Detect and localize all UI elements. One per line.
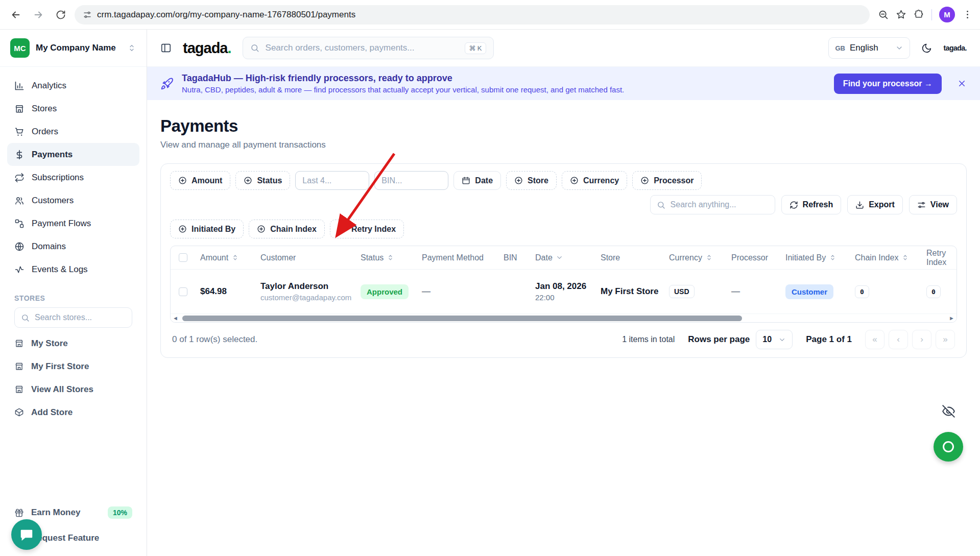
select-all-checkbox[interactable]: [179, 253, 187, 262]
site-settings-icon[interactable]: [83, 10, 92, 19]
sidebar-view-all-stores[interactable]: View All Stores: [7, 378, 139, 401]
sidebar-item-orders[interactable]: Orders: [7, 120, 139, 143]
filter-label: Store: [528, 176, 548, 185]
nav-label: Stores: [32, 104, 57, 114]
filter-status[interactable]: Status: [235, 171, 290, 190]
sidebar-item-analytics[interactable]: Analytics: [7, 74, 139, 97]
filter-initiated-by[interactable]: Initiated By: [170, 220, 244, 238]
store-value: My First Store: [601, 286, 658, 297]
company-switcher[interactable]: MC My Company Name: [0, 30, 147, 67]
store-label: My Store: [31, 339, 68, 349]
store-icon: [14, 104, 25, 114]
sort-icon: [231, 254, 239, 261]
page-title: Payments: [160, 116, 967, 136]
language-select[interactable]: GB English: [828, 37, 910, 59]
last4-filter-input[interactable]: [295, 171, 369, 190]
column-header-chain-index[interactable]: Chain Index: [850, 253, 921, 262]
last-page-button[interactable]: »: [936, 330, 955, 349]
horizontal-scrollbar[interactable]: ◄ ►: [171, 313, 957, 322]
column-label: Payment Method: [422, 253, 484, 262]
filter-store[interactable]: Store: [506, 171, 557, 190]
export-button[interactable]: Export: [847, 195, 903, 214]
address-bar[interactable]: crm.tagadapay.com/org/my-company-name-17…: [75, 5, 870, 25]
browser-profile-avatar[interactable]: M: [939, 7, 955, 22]
store-search-input[interactable]: [35, 313, 111, 322]
filter-label: Initiated By: [192, 225, 235, 234]
hide-widget-eye-off-icon[interactable]: [942, 404, 955, 418]
repeat-icon: [14, 173, 25, 183]
find-processor-button[interactable]: Find your processor →: [834, 74, 942, 94]
browser-toolbar: crm.tagadapay.com/org/my-company-name-17…: [0, 0, 980, 30]
sidebar-store-my-first-store[interactable]: My First Store: [7, 355, 139, 378]
floating-widget-button[interactable]: [934, 432, 963, 462]
table-search[interactable]: [650, 195, 775, 214]
column-header-retry-index[interactable]: Retry Index: [921, 249, 957, 267]
column-header-currency[interactable]: Currency: [664, 253, 726, 262]
browser-reload-button[interactable]: [52, 6, 69, 23]
scrollbar-thumb[interactable]: [182, 316, 742, 321]
next-page-button[interactable]: ›: [912, 330, 931, 349]
banner-close-icon[interactable]: [957, 79, 967, 88]
filter-date[interactable]: Date: [453, 171, 501, 190]
scroll-right-icon[interactable]: ►: [949, 316, 954, 321]
sidebar-item-events-logs[interactable]: Events & Logs: [7, 258, 139, 281]
filter-chain-index[interactable]: Chain Index: [249, 220, 325, 238]
first-page-button[interactable]: «: [865, 330, 885, 349]
payments-table: Amount Customer Status Payme: [170, 246, 957, 323]
column-header-initiated-by[interactable]: Initiated By: [780, 253, 850, 262]
bookmark-star-icon[interactable]: [896, 9, 906, 20]
chat-widget-button[interactable]: [11, 519, 42, 550]
sidebar-toggle-icon[interactable]: [160, 42, 172, 54]
store-search[interactable]: [14, 307, 132, 328]
plus-circle-icon: [338, 225, 347, 233]
rows-per-page-select[interactable]: 10: [756, 330, 793, 349]
scroll-left-icon[interactable]: ◄: [173, 316, 178, 321]
sidebar-store-my-store[interactable]: My Store: [7, 332, 139, 355]
tagada-mini-logo: tagada.: [943, 44, 967, 52]
column-header-payment-method[interactable]: Payment Method: [417, 253, 498, 262]
bin-filter-input[interactable]: [374, 171, 448, 190]
extensions-icon[interactable]: [914, 9, 924, 20]
plus-circle-icon: [514, 176, 523, 185]
browser-menu-icon[interactable]: [962, 9, 973, 20]
column-header-bin[interactable]: BIN: [498, 253, 530, 262]
sort-icon: [705, 254, 713, 261]
sidebar-item-stores[interactable]: Stores: [7, 97, 139, 120]
row-checkbox[interactable]: [179, 287, 187, 296]
sidebar-item-payment-flows[interactable]: Payment Flows: [7, 212, 139, 235]
column-header-processor[interactable]: Processor: [726, 253, 780, 262]
global-search-input[interactable]: [266, 43, 459, 53]
prev-page-button[interactable]: ‹: [889, 330, 908, 349]
global-search[interactable]: ⌘ K: [243, 37, 494, 59]
browser-back-button[interactable]: [7, 6, 25, 23]
column-header-status[interactable]: Status: [355, 253, 417, 262]
zoom-indicator-icon[interactable]: [878, 9, 889, 20]
page-url[interactable]: crm.tagadapay.com/org/my-company-name-17…: [97, 10, 355, 20]
sidebar-item-customers[interactable]: Customers: [7, 189, 139, 212]
column-header-amount[interactable]: Amount: [195, 253, 255, 262]
sidebar-add-store[interactable]: Add Store: [7, 401, 139, 424]
filter-label: Status: [257, 176, 282, 185]
browser-forward-button[interactable]: [30, 6, 47, 23]
sidebar-item-subscriptions[interactable]: Subscriptions: [7, 166, 139, 189]
initiated-by-badge: Customer: [785, 284, 833, 299]
earn-money-label: Earn Money: [31, 507, 80, 518]
filter-amount[interactable]: Amount: [170, 171, 230, 190]
table-row[interactable]: $64.98 Taylor Anderson customer@tagadapa…: [171, 270, 957, 313]
filter-processor[interactable]: Processor: [632, 171, 702, 190]
chevrons-up-down-icon: [127, 43, 136, 53]
globe-icon: [14, 241, 25, 252]
filter-retry-index[interactable]: Retry Index: [330, 220, 404, 238]
sidebar-item-domains[interactable]: Domains: [7, 235, 139, 258]
column-header-customer[interactable]: Customer: [255, 253, 355, 262]
refresh-button[interactable]: Refresh: [781, 195, 842, 214]
column-header-store[interactable]: Store: [595, 253, 664, 262]
payment-date: Jan 08, 2026: [535, 281, 586, 292]
view-button[interactable]: View: [909, 195, 957, 214]
table-search-input[interactable]: [671, 200, 776, 209]
dark-mode-icon[interactable]: [921, 43, 932, 54]
store-label: My First Store: [31, 361, 89, 372]
filter-currency[interactable]: Currency: [562, 171, 627, 190]
sidebar-item-payments[interactable]: Payments: [7, 143, 139, 166]
column-header-date[interactable]: Date: [530, 253, 595, 262]
